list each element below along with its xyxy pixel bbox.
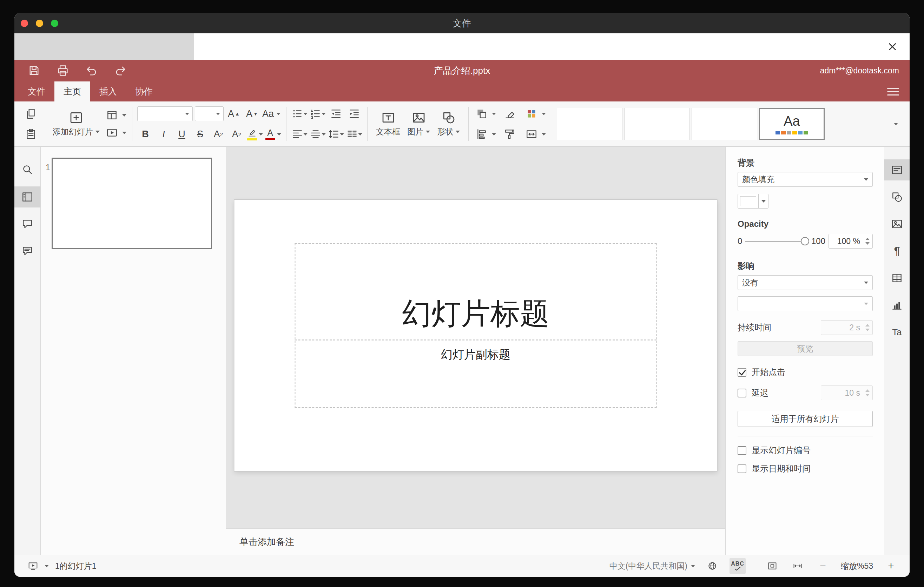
bold-button[interactable]: B	[137, 126, 153, 142]
menu-icon[interactable]	[887, 86, 899, 97]
fit-width-button[interactable]	[790, 558, 806, 574]
chevron-down-icon[interactable]	[542, 113, 546, 115]
superscript-button[interactable]: A2	[210, 126, 226, 142]
show-date-time-checkbox[interactable]	[738, 465, 746, 473]
textart-settings-button[interactable]: Ta	[884, 322, 909, 343]
paste-button[interactable]	[23, 126, 39, 142]
zoom-out-button[interactable]: −	[815, 558, 831, 574]
opacity-spinner[interactable]: 100 %	[828, 234, 873, 249]
zoom-window-button[interactable]	[51, 20, 58, 27]
spinner-down-icon[interactable]	[865, 242, 870, 245]
subscript-button[interactable]: A2	[229, 126, 245, 142]
start-slideshow-button[interactable]	[25, 558, 41, 574]
redo-icon[interactable]	[114, 64, 127, 77]
undo-icon[interactable]	[85, 64, 98, 77]
clear-style-button[interactable]	[502, 106, 518, 122]
slide-settings-button[interactable]	[884, 159, 909, 180]
theme-option-2[interactable]	[624, 108, 690, 140]
slide-title-placeholder[interactable]: 幻灯片标题	[295, 243, 657, 340]
duration-spinner[interactable]: 2 s	[821, 320, 873, 335]
chevron-down-icon[interactable]	[277, 133, 281, 135]
insert-image-button[interactable]: 图片	[404, 106, 434, 142]
delay-checkbox[interactable]	[738, 389, 746, 397]
columns-button[interactable]	[346, 126, 362, 142]
color-scheme-button[interactable]	[523, 106, 540, 122]
paragraph-settings-button[interactable]: ¶	[884, 241, 909, 262]
theme-option-selected[interactable]: Aa	[759, 108, 825, 140]
theme-gallery-expand-button[interactable]	[888, 104, 904, 143]
numbered-list-button[interactable]	[310, 106, 326, 122]
document-language-button[interactable]	[704, 558, 720, 574]
chevron-down-icon[interactable]	[259, 133, 263, 135]
chart-settings-button[interactable]	[884, 295, 909, 316]
highlight-color-button[interactable]	[247, 126, 263, 142]
search-panel-button[interactable]	[15, 159, 40, 180]
opacity-slider[interactable]	[745, 237, 808, 246]
chevron-down-icon[interactable]	[122, 132, 126, 134]
arrange-shape-button[interactable]	[474, 106, 490, 122]
zoom-in-button[interactable]: +	[883, 558, 899, 574]
decrease-indent-button[interactable]	[328, 106, 344, 122]
print-icon[interactable]	[56, 64, 69, 77]
fit-slide-button[interactable]	[764, 558, 780, 574]
spinner-up-icon[interactable]	[865, 238, 870, 240]
close-window-button[interactable]	[21, 20, 28, 27]
font-name-combo[interactable]	[137, 106, 193, 121]
effect-type-select[interactable]	[738, 296, 873, 311]
chevron-down-icon[interactable]	[122, 114, 126, 117]
bullet-list-button[interactable]	[291, 106, 307, 122]
italic-button[interactable]: I	[155, 126, 172, 142]
increase-indent-button[interactable]	[346, 106, 362, 122]
copy-style-button[interactable]	[502, 126, 518, 142]
slide-thumbnail[interactable]	[51, 158, 212, 249]
increase-font-size-button[interactable]: A▲	[226, 106, 242, 122]
close-editor-button[interactable]	[885, 39, 900, 54]
change-case-button[interactable]: Aa	[262, 106, 280, 122]
font-color-button[interactable]: A	[265, 126, 281, 142]
chevron-down-icon[interactable]	[542, 133, 546, 135]
align-shape-button[interactable]	[474, 126, 490, 142]
chevron-down-icon[interactable]	[492, 133, 496, 135]
show-slide-number-checkbox[interactable]	[738, 446, 746, 455]
theme-option-1[interactable]	[557, 108, 622, 140]
start-on-click-checkbox[interactable]	[738, 368, 746, 377]
slides-panel-button[interactable]	[15, 186, 40, 208]
table-settings-button[interactable]	[884, 267, 909, 289]
strikethrough-button[interactable]: S	[192, 126, 208, 142]
copy-button[interactable]	[23, 106, 39, 122]
slider-track[interactable]	[745, 241, 808, 242]
slide-layout-button[interactable]	[104, 107, 120, 123]
shape-settings-button[interactable]	[884, 186, 909, 208]
tab-insert[interactable]: 插入	[90, 81, 126, 101]
spell-check-button[interactable]: ABC	[729, 558, 746, 574]
slide-subtitle-placeholder[interactable]: 幻灯片副标题	[295, 341, 657, 408]
tab-collaboration[interactable]: 协作	[126, 81, 162, 101]
tab-file[interactable]: 文件	[18, 81, 54, 101]
preview-slideshow-button[interactable]	[104, 125, 120, 141]
notes-area[interactable]: 单击添加备注	[226, 528, 725, 555]
effect-select[interactable]: 没有	[738, 275, 873, 290]
font-size-combo[interactable]	[195, 106, 224, 121]
theme-option-3[interactable]	[691, 108, 757, 140]
save-icon[interactable]	[28, 64, 40, 77]
add-slide-button[interactable]: 添加幻灯片	[49, 106, 103, 142]
insert-textbox-button[interactable]: 文本框	[373, 106, 404, 142]
insert-shape-button[interactable]: 形状	[434, 106, 464, 142]
slide-surface[interactable]: 幻灯片标题 幻灯片副标题	[234, 200, 717, 471]
line-spacing-button[interactable]	[328, 126, 344, 142]
tab-home[interactable]: 主页	[54, 81, 90, 101]
minimize-window-button[interactable]	[36, 20, 43, 27]
language-selector[interactable]: 中文(中华人民共和国)	[609, 561, 695, 572]
apply-to-all-slides-button[interactable]: 适用于所有幻灯片	[738, 411, 873, 427]
comments-panel-button[interactable]	[15, 213, 40, 234]
preview-button[interactable]: 预览	[738, 341, 873, 356]
decrease-font-size-button[interactable]: A▼	[244, 106, 260, 122]
horizontal-align-button[interactable]	[291, 126, 307, 142]
slider-handle[interactable]	[801, 237, 809, 246]
vertical-align-button[interactable]	[310, 126, 326, 142]
underline-button[interactable]: U	[174, 126, 190, 142]
background-color-picker[interactable]	[738, 194, 769, 209]
slide-canvas[interactable]: 幻灯片标题 幻灯片副标题	[226, 147, 725, 528]
slide-size-button[interactable]	[523, 126, 540, 142]
chevron-down-icon[interactable]	[45, 565, 49, 567]
